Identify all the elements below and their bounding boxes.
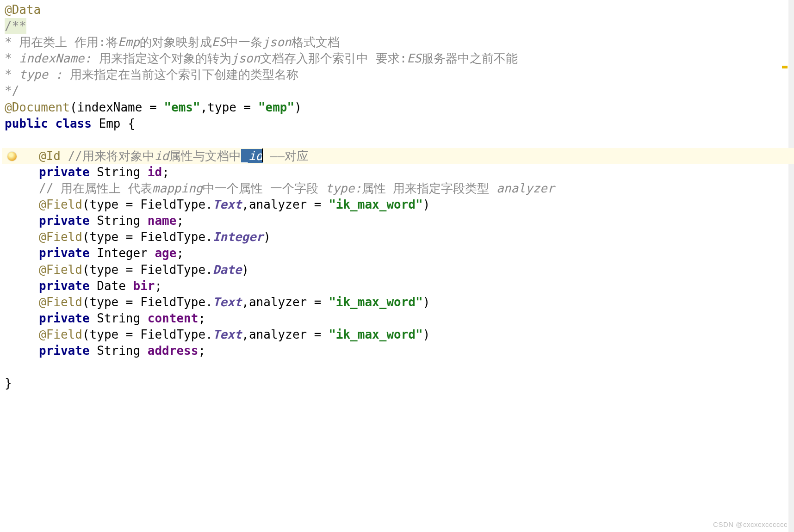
code-line: /** bbox=[2, 18, 794, 34]
brace-open: { bbox=[128, 117, 135, 130]
comment-text: 中一个属性 一个字段 bbox=[203, 181, 325, 195]
keyword-class: class bbox=[56, 117, 92, 130]
code-line: * 用在类上 作用:将Emp的对象映射成ES中一条json格式文档 bbox=[2, 34, 794, 50]
punct: (type = FieldType. bbox=[82, 295, 213, 309]
code-line: @Field(type = FieldType.Text,analyzer = … bbox=[2, 294, 794, 310]
type-string: String bbox=[97, 344, 140, 358]
comment-slash: // bbox=[39, 181, 53, 195]
code-line: @Field(type = FieldType.Text,analyzer = … bbox=[2, 197, 794, 213]
code-line-blank bbox=[2, 359, 794, 375]
javadoc-text: * bbox=[5, 68, 19, 81]
code-line: @Data bbox=[2, 2, 794, 18]
semicolon: ; bbox=[155, 279, 162, 293]
text-selection: _id bbox=[241, 149, 263, 163]
code-line-highlight: @Id //用来将对象中id属性与文档中_id ——对应 bbox=[2, 148, 794, 164]
string-literal: "emp" bbox=[258, 100, 294, 114]
javadoc-text: 格式文档 bbox=[292, 35, 340, 49]
close-paren: ) bbox=[423, 198, 430, 211]
code-line: @Field(type = FieldType.Date) bbox=[2, 262, 794, 278]
annotation-field: @Field bbox=[39, 230, 82, 244]
punct: (type = FieldType. bbox=[82, 230, 213, 244]
javadoc-text: 服务器中之前不能 bbox=[422, 51, 518, 65]
type-string: String bbox=[97, 165, 140, 179]
field-id: id bbox=[148, 165, 162, 179]
annotation-field: @Field bbox=[39, 198, 82, 211]
javadoc-emph: ES bbox=[407, 51, 421, 65]
comment-emph: mapping bbox=[152, 181, 203, 195]
code-line: @Document(indexName = "ems",type = "emp"… bbox=[2, 99, 794, 116]
comment-emph: analyzer bbox=[496, 181, 554, 195]
class-name: Emp bbox=[99, 117, 121, 130]
comment-text: 属性与文档中 bbox=[169, 149, 241, 163]
punct: ,analyzer = bbox=[242, 198, 329, 211]
enum-date: Date bbox=[213, 263, 242, 277]
annotation-field: @Field bbox=[39, 295, 82, 309]
field-bir: bir bbox=[133, 279, 155, 293]
keyword-public: public bbox=[5, 117, 48, 130]
javadoc-text: 中一条 bbox=[226, 35, 262, 49]
punct: (type = FieldType. bbox=[82, 263, 213, 277]
type-integer: Integer bbox=[97, 246, 148, 260]
type-date: Date bbox=[97, 279, 126, 293]
keyword-private: private bbox=[39, 246, 90, 260]
type-string: String bbox=[97, 214, 140, 228]
code-line: * indexName: 用来指定这个对象的转为json文档存入那个索引中 要求… bbox=[2, 50, 794, 67]
javadoc-text: 的对象映射成 bbox=[140, 35, 212, 49]
code-line: public class Emp { bbox=[2, 116, 794, 132]
code-line-blank bbox=[2, 132, 794, 148]
string-literal: "ik_max_word" bbox=[329, 328, 423, 341]
close-paren: ) bbox=[242, 263, 249, 277]
comment-slash: // bbox=[68, 149, 82, 163]
code-line: private String id; bbox=[2, 164, 794, 180]
watermark-text: CSDN @cxcxcxcccccc bbox=[713, 520, 788, 529]
comment-text: 用在属性上 代表 bbox=[53, 181, 152, 195]
enum-text: Text bbox=[213, 295, 242, 309]
comment-text: 属性 用来指定字段类型 bbox=[362, 181, 496, 195]
punct: ,analyzer = bbox=[242, 328, 329, 341]
semicolon: ; bbox=[176, 246, 184, 260]
keyword-private: private bbox=[39, 344, 90, 358]
code-line: */ bbox=[2, 83, 794, 99]
code-line: } bbox=[2, 375, 794, 391]
field-address: address bbox=[148, 344, 198, 358]
comment-text: 用来将对象中 bbox=[82, 149, 155, 163]
javadoc-close: */ bbox=[5, 84, 19, 98]
code-line: private Integer age; bbox=[2, 245, 794, 261]
keyword-private: private bbox=[39, 311, 90, 325]
javadoc-emph: Emp bbox=[118, 35, 140, 49]
code-line: * type : 用来指定在当前这个索引下创建的类型名称 bbox=[2, 67, 794, 83]
javadoc-emph: json bbox=[262, 35, 292, 49]
javadoc-param: type : bbox=[19, 68, 62, 81]
enum-text: Text bbox=[213, 198, 242, 211]
javadoc-emph: ES bbox=[212, 35, 226, 49]
close-paren: ) bbox=[423, 295, 430, 309]
code-line: @Field(type = FieldType.Text,analyzer = … bbox=[2, 327, 794, 343]
enum-text: Text bbox=[213, 328, 242, 341]
intention-bulb-icon[interactable] bbox=[7, 152, 17, 161]
annotation-id: @Id bbox=[39, 149, 61, 163]
brace-close: } bbox=[5, 376, 12, 390]
code-editor[interactable]: @Data /** * 用在类上 作用:将Emp的对象映射成ES中一条json格… bbox=[2, 2, 794, 391]
javadoc-param: indexName: bbox=[19, 51, 92, 65]
code-line: private String name; bbox=[2, 213, 794, 229]
comment-text: ——对应 bbox=[263, 149, 309, 163]
annotation-data: @Data bbox=[5, 3, 41, 17]
close-paren: ) bbox=[423, 328, 430, 341]
close-paren: ) bbox=[263, 230, 271, 244]
javadoc-text: * bbox=[5, 51, 19, 65]
keyword-private: private bbox=[39, 214, 90, 228]
javadoc-text: 用来指定这个对象的转为 bbox=[92, 51, 231, 65]
code-line: // 用在属性上 代表mapping中一个属性 一个字段 type:属性 用来指… bbox=[2, 180, 794, 197]
javadoc-emph: json bbox=[231, 51, 261, 65]
punct: ) bbox=[294, 100, 302, 114]
annotation-document: @Document bbox=[5, 100, 70, 114]
string-literal: "ems" bbox=[164, 100, 200, 114]
code-line: private String content; bbox=[2, 310, 794, 327]
semicolon: ; bbox=[176, 214, 184, 228]
punct: (type = FieldType. bbox=[82, 328, 213, 341]
punct: ,type = bbox=[200, 100, 258, 114]
annotation-field: @Field bbox=[39, 328, 82, 341]
field-content: content bbox=[148, 311, 198, 325]
javadoc-text: * 用在类上 作用:将 bbox=[5, 35, 118, 49]
semicolon: ; bbox=[198, 311, 205, 325]
